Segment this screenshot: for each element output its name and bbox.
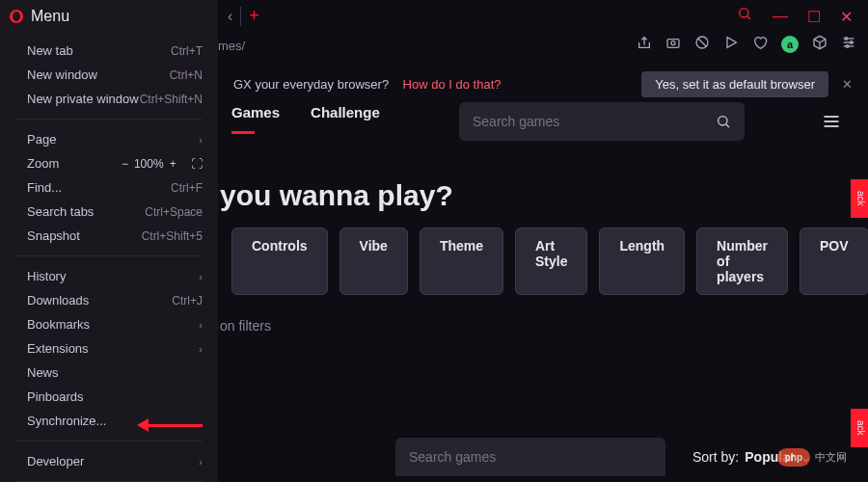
headline: you wanna play? (220, 179, 453, 212)
svg-point-3 (671, 41, 675, 45)
menu-item-label: History (27, 269, 66, 283)
fullscreen-icon[interactable]: ⛶ (191, 157, 203, 171)
url-fragment: mes/ (218, 39, 245, 53)
menu-item-developer[interactable]: Developer› (0, 449, 218, 473)
filter-chip-pov[interactable]: POV (800, 228, 868, 295)
opera-logo-icon (10, 10, 23, 23)
close-window-button[interactable]: ✕ (840, 8, 853, 26)
prompt-text: GX your everyday browser? (233, 77, 389, 92)
search-icon (716, 114, 731, 129)
camera-icon[interactable] (665, 35, 681, 54)
zoom-out-button[interactable]: − (122, 157, 128, 171)
share-icon[interactable] (637, 35, 652, 54)
tab-challenge[interactable]: Challenge (311, 104, 380, 132)
dismiss-prompt-button[interactable]: ✕ (842, 77, 853, 92)
filter-chip-number-of-players[interactable]: Number of players (696, 228, 788, 295)
menu-shortcut: Ctrl+T (171, 44, 203, 58)
svg-line-14 (726, 124, 729, 127)
menu-item-label: Search tabs (27, 204, 94, 219)
menu-item-label: Find... (27, 180, 62, 195)
chevron-right-icon: › (199, 271, 203, 282)
menu-item-new-window[interactable]: New windowCtrl+N (0, 63, 218, 87)
new-tab-button[interactable]: + (249, 6, 259, 26)
menu-item-new-tab[interactable]: New tabCtrl+T (0, 39, 218, 63)
menu-item-bookmarks[interactable]: Bookmarks› (0, 312, 218, 336)
watermark: php 中文网 (777, 448, 847, 467)
feedback-tab[interactable]: ack (851, 409, 868, 447)
watermark-text: 中文网 (815, 450, 847, 465)
svg-line-1 (747, 16, 750, 19)
menu-shortcut: Ctrl+F (171, 181, 203, 195)
menu-item-label: New tab (27, 43, 73, 58)
menu-item-new-private-window[interactable]: New private windowCtrl+Shift+N (0, 87, 218, 111)
minimize-button[interactable]: — (773, 8, 788, 26)
menu-item-find[interactable]: Find...Ctrl+F (0, 175, 218, 200)
heart-icon[interactable] (752, 35, 768, 54)
menu-item-label: Developer (27, 454, 84, 469)
menu-item-label: Page (27, 132, 56, 147)
filter-chip-art-style[interactable]: Art Style (515, 228, 587, 295)
menu-item-search-tabs[interactable]: Search tabsCtrl+Space (0, 200, 218, 224)
settings-sliders-icon[interactable] (841, 35, 856, 54)
menu-item-zoom[interactable]: Zoom− 100% + ⛶ (0, 151, 218, 175)
menu-item-extensions[interactable]: Extensions› (0, 336, 218, 361)
menu-item-label: Downloads (27, 293, 89, 308)
search-icon[interactable] (737, 6, 752, 25)
menu-item-downloads[interactable]: DownloadsCtrl+J (0, 288, 218, 312)
tab-games[interactable]: Games (231, 104, 280, 132)
menu-item-label: Extensions (27, 341, 89, 356)
svg-point-0 (740, 9, 748, 17)
chevron-right-icon: › (199, 343, 203, 355)
filter-chip-theme[interactable]: Theme (420, 228, 503, 295)
feedback-tab[interactable]: ack (851, 179, 868, 218)
maximize-button[interactable]: ☐ (807, 8, 821, 26)
menu-item-label: New window (27, 67, 97, 82)
hamburger-menu-icon[interactable] (822, 112, 841, 135)
zoom-in-button[interactable]: + (170, 157, 176, 171)
annotation-arrow (137, 416, 204, 434)
sort-label: Sort by: (692, 449, 739, 465)
filter-chip-length[interactable]: Length (599, 228, 685, 295)
menu-item-page[interactable]: Page› (0, 127, 218, 151)
avatar[interactable]: a (781, 36, 799, 53)
menu-separator (15, 255, 203, 256)
menu-item-label: Bookmarks (27, 317, 90, 332)
block-icon[interactable] (694, 35, 710, 54)
filter-chip-vibe[interactable]: Vibe (339, 228, 408, 295)
menu-item-label: Synchronize... (27, 414, 106, 428)
menu-shortcut: Ctrl+N (170, 68, 203, 82)
svg-line-5 (698, 39, 706, 46)
zoom-value: 100% (134, 157, 164, 171)
svg-marker-6 (727, 38, 736, 48)
main-menu: Menu New tabCtrl+TNew windowCtrl+NNew pr… (0, 0, 218, 482)
search-games-input[interactable] (473, 114, 716, 129)
search-games-box[interactable] (459, 102, 745, 141)
menu-shortcut: Ctrl+J (172, 294, 203, 308)
tab-chevron-left-icon[interactable]: ‹ (228, 8, 232, 25)
tab-divider (240, 7, 241, 26)
filter-chip-controls[interactable]: Controls (231, 228, 328, 295)
menu-item-pinboards[interactable]: Pinboards (0, 385, 218, 409)
menu-title: Menu (31, 8, 69, 25)
menu-item-news[interactable]: News (0, 361, 218, 385)
menu-shortcut: Ctrl+Shift+5 (142, 229, 203, 243)
menu-item-label: Zoom (27, 156, 59, 171)
menu-separator (15, 441, 203, 442)
play-icon[interactable] (723, 35, 739, 54)
bottom-search-input[interactable] (409, 449, 652, 465)
menu-shortcut: Ctrl+Space (145, 205, 203, 219)
chevron-right-icon: › (199, 456, 203, 468)
menu-item-label: Snapshot (27, 228, 80, 243)
menu-shortcut: Ctrl+Shift+N (140, 93, 203, 106)
bottom-search-box[interactable] (395, 438, 665, 476)
menu-item-history[interactable]: History› (0, 264, 218, 288)
prompt-how-link[interactable]: How do I do that? (403, 77, 502, 92)
set-default-browser-button[interactable]: Yes, set it as default browser (641, 71, 828, 97)
svg-rect-2 (667, 40, 679, 48)
menu-item-snapshot[interactable]: SnapshotCtrl+Shift+5 (0, 224, 218, 248)
menu-item-label: Pinboards (27, 389, 84, 404)
filters-text: on filters (220, 318, 271, 334)
watermark-badge: php (777, 448, 810, 467)
menu-item-label: News (27, 365, 59, 380)
cube-icon[interactable] (812, 35, 827, 54)
